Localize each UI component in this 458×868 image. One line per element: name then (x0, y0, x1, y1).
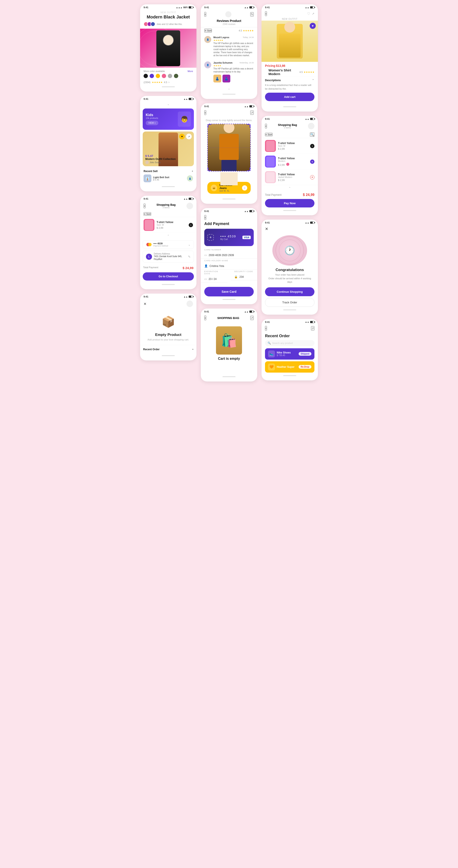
shirt-add-btn[interactable]: Add cart (265, 93, 315, 101)
shirt-name-row: Women's Shirt Modern 4.5 ★★★★★ (262, 68, 318, 76)
empty-recent-header: Recent Order • (143, 345, 193, 352)
empty-bag-share[interactable]: ↗ (250, 316, 254, 320)
shirt-desc-toggle[interactable]: ⌃ (312, 79, 315, 82)
color-yellow[interactable] (156, 74, 160, 78)
jacket-colors-section: More color available More (140, 68, 196, 79)
crop-container: Drag corner to crop tightly around the i… (201, 117, 257, 196)
crop-corner-bl[interactable] (208, 167, 211, 171)
reviews-sort-btn[interactable]: ≡ Sort (204, 29, 212, 33)
kids-recent-more[interactable]: • (192, 169, 193, 173)
color-gray[interactable] (168, 74, 172, 78)
delivery-edit-btn[interactable]: ✎ (188, 255, 191, 258)
crop-corner-tr[interactable] (247, 124, 250, 128)
kids-recent-item[interactable]: 👔 Light Belt Suit $ 5.45 👗 (143, 175, 193, 182)
crop-share-btn[interactable]: ↗ (250, 111, 254, 115)
mini-delivery-row[interactable]: L Delivery Address 7431 Zemlak Knoll Sui… (143, 251, 194, 262)
bag-item3-remove[interactable]: ✕ (310, 175, 315, 180)
payment-title: Add Payment (201, 222, 257, 226)
color-green[interactable] (174, 74, 178, 78)
kids-recent-price: $ 5.45 (153, 179, 169, 181)
crop-card: 9:41 ▲▲ ‹ ↗ Drag corner to crop tightly … (201, 103, 257, 204)
shirt-share-btn[interactable]: ↗ (312, 12, 315, 16)
holder-label: CARD HOLDER NAME (201, 259, 257, 262)
crop-back-btn[interactable]: ‹ (204, 110, 206, 115)
recent-order-2[interactable]: 🧡 Heather Super Re-Drop (265, 361, 315, 373)
holder-field[interactable]: 👤 Cristina Yota (201, 262, 257, 270)
bag-item1-price: $ 2,99 (278, 148, 308, 150)
shirt-back-btn[interactable]: ‹ (265, 11, 267, 16)
bag-header-info: Shopping Bag 3 items (278, 123, 297, 129)
empty-bag-image: 🛍️ (216, 327, 242, 354)
bottom-indicator-congrats (283, 309, 296, 310)
reviews-back-btn[interactable]: ‹ (204, 12, 206, 17)
color-black[interactable] (143, 74, 148, 78)
holder-icon: 👤 (204, 264, 208, 268)
battery-icon (189, 6, 193, 8)
kids-view-btn[interactable]: VIEW » (146, 121, 158, 125)
shirt-head (284, 22, 295, 33)
recent-order-1[interactable]: 👟 Nike Shoes $ 735.45 Shipped (265, 348, 315, 360)
pay-now-btn[interactable]: Pay Now (265, 199, 315, 208)
payment-back-btn[interactable]: ‹ (204, 215, 206, 220)
status-bar-mini: 9:41 ▲▲ (140, 196, 196, 201)
congrats-close-btn[interactable]: ✕ (262, 225, 318, 233)
payment-add-card-btn[interactable]: + (207, 234, 214, 241)
exp-label: EXPIRATION DATE (201, 270, 227, 275)
mini-bag-back[interactable]: ‹ (143, 204, 145, 208)
color-purple[interactable] (150, 74, 154, 78)
save-card-btn[interactable]: Save Card (204, 287, 254, 297)
payment-chevron[interactable]: ⌄ (188, 243, 191, 246)
bag-item3-size: Jacket Modern (278, 176, 308, 178)
kids-recent-header: Recent Sell • (143, 169, 193, 173)
product-heart-btn[interactable]: ♥ (310, 23, 316, 29)
mini-checkout-btn[interactable]: Go to Checkout (143, 272, 194, 281)
recent-back-btn[interactable]: ‹ (265, 326, 267, 331)
jacket-color-swatches (143, 74, 193, 78)
shirt-pricing: Pricing $13,98 (262, 62, 318, 68)
status-bar-kids: 9:41 ▲▲ (140, 96, 196, 101)
card-number-field[interactable]: ▭ 2939 4839 2920 2939 (201, 252, 257, 259)
shirt-heart-btn[interactable]: ♡ (307, 12, 310, 16)
mini-payment-row[interactable]: •••• 4539 Payment Method ⌄ (143, 240, 194, 249)
mini-item-info: T-shirt Yellow Size: M $ 2,99 (157, 221, 187, 229)
mastercard-row: •••• 4539 Payment Method (146, 242, 168, 247)
kids-recent-thumb: 👗 (187, 175, 193, 181)
kids-actions: ♥ ↗ (179, 134, 192, 139)
bag-sort-icon: ≡ (265, 133, 267, 136)
kids-share-btn[interactable]: ↗ (186, 134, 192, 139)
jacket-reviews-arrow[interactable]: › (168, 81, 169, 84)
payment-card-label: My Cart (220, 238, 236, 241)
mini-bag-avatar (187, 203, 193, 209)
continue-shopping-btn[interactable]: Continue Shopping (265, 287, 315, 296)
bag-search-btn[interactable]: 🔍 (310, 132, 315, 137)
empty-close-btn[interactable]: ✕ (143, 302, 146, 306)
mini-bag-sort-btn[interactable]: ≡ Sort (143, 212, 151, 216)
crop-corner-br[interactable] (247, 167, 250, 171)
bag-item3-name: T-shirt Yellow (278, 173, 308, 176)
cvv-field[interactable]: 🔒 234 (231, 273, 257, 280)
bag-back-btn[interactable]: ‹ (265, 124, 267, 128)
bottom-indicator-crop (223, 198, 235, 199)
track-order-btn[interactable]: Track Order (265, 298, 315, 307)
order2-info: Heather Super (275, 365, 299, 369)
crop-pill-arrow[interactable]: › (242, 185, 247, 190)
reviews-share-btn[interactable]: ✎ (250, 12, 254, 17)
recent-share-btn[interactable]: ↗ (311, 326, 315, 331)
empty-recent-more[interactable]: • (192, 347, 193, 351)
crop-corner-tl[interactable] (208, 124, 211, 128)
review-img-1: 👗 (214, 75, 221, 83)
mini-card-info: •••• 4539 Payment Method (153, 242, 168, 247)
bag-sort-btn[interactable]: ≡ Sort (265, 133, 272, 136)
exp-field[interactable]: ▭ 23 / 24 (201, 276, 227, 282)
recent-search-bar[interactable]: 🔍 Search any product (265, 340, 315, 346)
wifi-icon: WiFi (183, 6, 188, 9)
kids-heart-btn[interactable]: ♥ (179, 134, 185, 139)
color-pink[interactable] (162, 74, 166, 78)
empty-bag-back[interactable]: ‹ (204, 315, 206, 320)
mini-item-price: $ 2,99 (157, 226, 187, 229)
empty-header: ✕ (140, 299, 196, 309)
bottom-indicator-recent (283, 375, 296, 376)
mc-right (148, 243, 152, 246)
bag-item2-add[interactable]: + (310, 159, 315, 164)
new-outfit-label: NEW OUTFIT (140, 9, 196, 14)
